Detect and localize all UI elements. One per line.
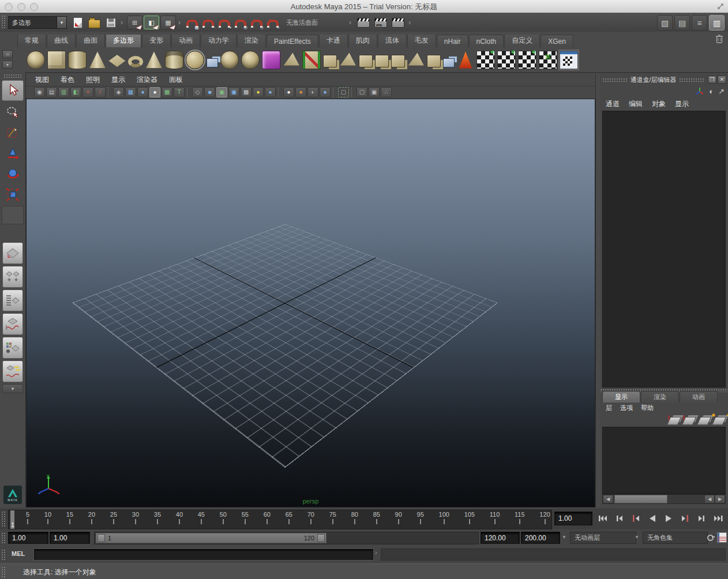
animation-start-field[interactable]: 1.00 — [8, 532, 48, 544]
gate-mask-icon[interactable]: ● — [137, 87, 148, 97]
toolbox-grip[interactable] — [3, 74, 22, 78]
ssao-icon[interactable]: ◐ — [307, 87, 318, 97]
snap-to-grid-icon[interactable]: ▦ — [186, 20, 198, 28]
last-tool-slot[interactable] — [2, 206, 24, 224]
uv-spherical-mapping-icon[interactable] — [518, 51, 536, 69]
anim-layer-chevron-icon[interactable]: ▼ — [562, 535, 566, 540]
safe-action-icon[interactable]: ▩ — [162, 87, 172, 97]
shelf-tab[interactable]: 卡通 — [319, 35, 348, 47]
image-plane-icon[interactable]: ◧ — [70, 87, 81, 97]
range-slider-track[interactable]: 1 120 — [94, 532, 479, 544]
group-separator[interactable] — [349, 16, 353, 29]
film-gate-icon[interactable]: ◈ — [113, 87, 124, 97]
shelf-tab[interactable]: 流体 — [378, 35, 407, 47]
shelf-menu-button[interactable]: ▼ — [2, 61, 13, 69]
channel-box-menu-item[interactable]: 编辑 — [629, 99, 643, 110]
single-pane-layout[interactable] — [2, 242, 23, 264]
range-end-handle[interactable] — [317, 534, 325, 542]
uv-editor-icon[interactable] — [560, 51, 578, 69]
play-forwards-button[interactable] — [661, 512, 676, 525]
manipulator-icon[interactable] — [695, 87, 704, 96]
anim-layer-dropdown[interactable]: 无动画层 — [570, 532, 636, 544]
create-layer-from-selected-icon[interactable] — [712, 417, 726, 425]
step-forward-key-button[interactable] — [678, 512, 693, 525]
open-scene-icon[interactable] — [88, 20, 100, 28]
shelf-tab[interactable]: 自定义 — [504, 35, 540, 47]
poly-cylinder-icon[interactable] — [68, 51, 87, 69]
shelf-option-button[interactable]: ▭ — [2, 50, 13, 58]
header-grip[interactable] — [679, 78, 704, 82]
poly-plane-icon[interactable] — [108, 51, 126, 69]
resize-window-icon[interactable] — [716, 2, 725, 10]
uv-planar-mapping-icon[interactable] — [476, 51, 495, 69]
make-live-icon[interactable]: ○ — [267, 20, 279, 28]
layer-editor-tab[interactable]: 显示 — [602, 391, 640, 403]
persp-outliner-graph-layout[interactable] — [2, 360, 23, 382]
xray-icon[interactable]: ▢ — [357, 87, 367, 97]
scroll-left-button-2[interactable]: ◀ — [704, 495, 715, 503]
animation-end-field[interactable]: 200.00 — [521, 532, 560, 544]
split-edge-ring-icon[interactable] — [323, 55, 337, 67]
subdiv-proxy-icon[interactable] — [262, 51, 280, 69]
select-object-icon[interactable]: ◧ — [144, 16, 159, 29]
group-separator[interactable] — [121, 16, 125, 29]
select-tool[interactable] — [2, 80, 24, 101]
channel-box-menu-item[interactable]: 显示 — [675, 99, 689, 110]
mel-input[interactable] — [33, 548, 374, 561]
all-lights-icon[interactable]: ● — [265, 87, 276, 97]
step-back-frame-button[interactable] — [612, 512, 627, 525]
layer-editor-menu-item[interactable]: 选项 — [620, 404, 633, 413]
render-current-frame-icon[interactable] — [357, 18, 370, 28]
go-to-end-button[interactable] — [711, 512, 726, 525]
view-3d[interactable]: y persp — [26, 99, 595, 507]
xray-active-icon[interactable]: ▣ — [369, 87, 380, 97]
command-result-separator[interactable]: › — [375, 549, 377, 556]
group-separator[interactable] — [408, 16, 412, 29]
wireframe-icon[interactable]: ◇ — [192, 87, 203, 97]
poly-prism-icon[interactable] — [145, 51, 163, 69]
render-settings-icon[interactable] — [392, 18, 404, 28]
select-component-icon[interactable]: ▦ — [160, 16, 176, 29]
combine-icon[interactable] — [220, 51, 239, 69]
viewport-menu-item[interactable]: 视图 — [35, 75, 49, 85]
auto-keyframe-icon[interactable] — [707, 535, 715, 540]
shelf-tab[interactable]: 多边形 — [106, 35, 141, 47]
playback-end-field[interactable]: 120.00 — [481, 532, 520, 544]
sculpt-tool-icon[interactable] — [457, 51, 474, 69]
connect-icon[interactable] — [391, 55, 405, 67]
play-backwards-button[interactable] — [645, 512, 660, 525]
close-panel-button[interactable]: ✕ — [718, 76, 726, 84]
channel-box-menu-item[interactable]: 通道 — [606, 99, 620, 110]
layer-editor-tab[interactable]: 动画 — [680, 391, 718, 403]
textured-icon[interactable]: ▣ — [228, 87, 239, 97]
2d-pan-zoom-icon[interactable]: + — [82, 87, 93, 97]
create-empty-layer-icon[interactable] — [697, 417, 711, 425]
mirror-icon[interactable] — [207, 58, 218, 67]
toolbox-more-button[interactable]: ▼ — [2, 384, 23, 393]
bookmarks-icon[interactable]: ▥ — [58, 87, 69, 97]
attribute-editor-toggle-icon[interactable]: ▤ — [674, 15, 690, 31]
exposure-icon[interactable]: ∴ — [381, 87, 392, 97]
camera-attributes-icon[interactable]: ▤ — [46, 87, 57, 97]
shelf-tab[interactable]: 曲面 — [76, 35, 105, 47]
default-lighting-icon[interactable]: ● — [253, 87, 264, 97]
scale-tool[interactable] — [2, 185, 23, 205]
move-layer-down-icon[interactable] — [682, 417, 696, 425]
extract-icon[interactable] — [339, 51, 357, 69]
uv-automatic-mapping-icon[interactable] — [539, 51, 557, 69]
persp-graph-layout[interactable] — [2, 313, 23, 335]
snap-to-curve-icon[interactable]: ~ — [202, 20, 214, 28]
outliner-persp-layout[interactable] — [2, 290, 23, 311]
smooth-icon[interactable] — [186, 51, 204, 69]
character-set-chevron-icon[interactable]: ▼ — [635, 535, 639, 540]
range-start-handle[interactable] — [97, 534, 105, 542]
ipr-render-icon[interactable]: IPR — [374, 18, 387, 28]
hypershade-persp-layout[interactable] — [2, 337, 23, 359]
mel-label[interactable]: MEL — [12, 550, 25, 557]
viewport-toolbar-icon[interactable] — [351, 88, 354, 97]
no-lights-icon[interactable]: ● — [283, 87, 294, 97]
viewport-menu-item[interactable]: 照明 — [86, 75, 100, 85]
viewport-toolbar-icon[interactable] — [278, 88, 281, 97]
step-back-key-button[interactable] — [628, 512, 643, 525]
viewport-menu-item[interactable]: 面板 — [169, 75, 183, 85]
